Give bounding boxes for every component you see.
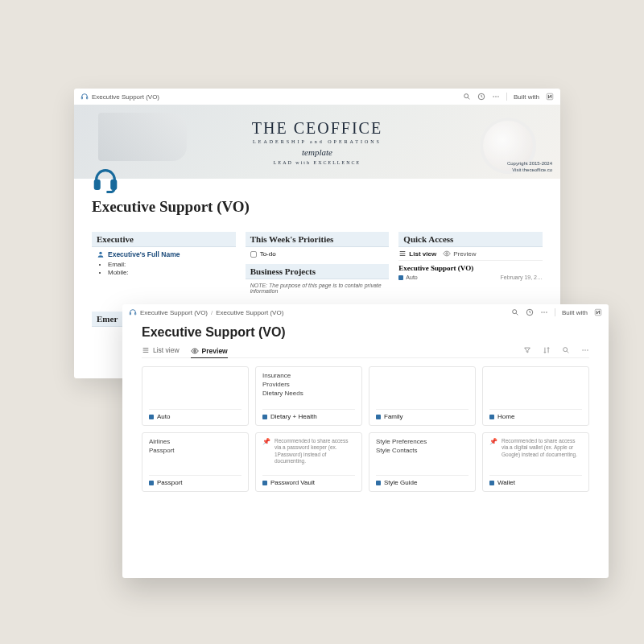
executive-name[interactable]: Executive's Full Name — [97, 250, 231, 258]
more-icon[interactable] — [540, 308, 548, 316]
page-icon — [262, 415, 267, 419]
gallery-card[interactable]: Home — [482, 366, 589, 426]
card-label: Style Guide — [384, 479, 417, 486]
breadcrumb[interactable]: Executive Support (VO) — [216, 309, 283, 316]
brand-title: THE CEOFFICE — [252, 119, 382, 138]
recommendation-note: 📌Recommended to share access via a digit… — [489, 438, 582, 458]
tab-preview[interactable]: Preview — [443, 250, 476, 258]
svg-point-18 — [546, 312, 547, 312]
card-label: Auto — [157, 413, 170, 420]
section-header: This Week's Priorities — [246, 232, 390, 247]
card-body-line: Insurance — [262, 372, 355, 381]
qa-subtitle[interactable]: Executive Support (VO) — [398, 264, 543, 272]
banner: THE CEOFFICE LEADERSHIP and OPERATIONS t… — [74, 105, 560, 179]
headset-icon — [129, 308, 137, 316]
tab-preview[interactable]: Preview — [191, 347, 228, 358]
card-footer: Password Vault — [262, 475, 355, 486]
tab-list-view[interactable]: List view — [142, 346, 180, 354]
mobile-label: Mobile: — [108, 269, 231, 276]
qa-row[interactable]: Auto February 19, 2… — [398, 272, 543, 283]
svg-rect-8 — [95, 180, 99, 188]
checkbox-icon[interactable] — [250, 251, 257, 258]
sort-icon[interactable] — [543, 346, 551, 354]
search-icon[interactable] — [562, 346, 570, 354]
list-icon — [398, 250, 407, 258]
gallery-card[interactable]: Style PreferencesStyle ContactsStyle Gui… — [369, 432, 476, 492]
svg-point-14 — [513, 310, 517, 314]
brand-sub3: LEAD with EXCELLENCE — [274, 160, 361, 165]
gallery-card[interactable]: InsuranceProvidersDietary NeedsDietary +… — [255, 366, 362, 426]
section-header: Business Projects — [246, 264, 390, 279]
list-icon — [142, 346, 150, 354]
svg-point-24 — [587, 349, 588, 350]
section-quick-access: Quick Access List view Preview Executive… — [398, 232, 543, 297]
svg-point-11 — [446, 253, 448, 255]
svg-rect-1 — [87, 97, 88, 99]
card-footer: Family — [376, 409, 469, 420]
svg-point-16 — [541, 312, 542, 312]
card-body-line: Style Contacts — [376, 447, 469, 456]
card-footer: Wallet — [489, 475, 582, 486]
card-body-line: Passport — [149, 447, 242, 456]
gallery-card[interactable]: Family — [369, 366, 476, 426]
notion-icon[interactable] — [546, 93, 554, 101]
view-tabs: List view Preview — [142, 346, 589, 358]
brand-sub1: LEADERSHIP and OPERATIONS — [253, 139, 382, 144]
notion-icon[interactable] — [594, 308, 602, 316]
clock-icon[interactable] — [477, 93, 485, 101]
email-label: Email: — [108, 261, 231, 268]
topbar-front: Executive Support (VO) / Executive Suppo… — [122, 304, 609, 320]
clock-icon[interactable] — [526, 308, 534, 316]
svg-point-20 — [193, 349, 196, 352]
more-icon[interactable] — [581, 346, 589, 354]
page-icon — [262, 481, 267, 485]
card-footer: Home — [489, 409, 582, 420]
search-icon[interactable] — [511, 308, 519, 316]
recommendation-note: 📌Recommended to share access via a passw… — [262, 438, 355, 465]
breadcrumb[interactable]: Executive Support (VO) — [140, 309, 208, 316]
card-label: Passport — [157, 479, 183, 486]
svg-point-23 — [584, 349, 585, 350]
svg-point-21 — [564, 348, 568, 352]
svg-rect-12 — [130, 312, 130, 315]
copyright: Copyright 2015-2024 — [507, 161, 552, 167]
svg-rect-13 — [135, 312, 136, 315]
brand-sub2: template — [302, 147, 332, 157]
card-body-line: Providers — [262, 381, 355, 390]
filter-icon[interactable] — [523, 346, 531, 354]
tab-list-view[interactable]: List view — [398, 250, 436, 258]
page-icon — [149, 481, 154, 485]
page-icon — [398, 275, 403, 280]
gallery-card[interactable]: Auto — [142, 366, 249, 426]
search-icon[interactable] — [463, 93, 471, 101]
gallery-card[interactable]: 📌Recommended to share access via a digit… — [482, 432, 589, 492]
page-icon-headset[interactable] — [92, 166, 119, 193]
window-front: Executive Support (VO) / Executive Suppo… — [122, 304, 609, 578]
svg-point-6 — [497, 96, 498, 97]
copyright-link[interactable]: Visit theceoffice.co — [507, 167, 552, 174]
pin-icon: 📌 — [489, 438, 497, 458]
section-week: This Week's Priorities To-do Business Pr… — [246, 232, 390, 297]
more-icon[interactable] — [492, 93, 500, 101]
eye-icon — [191, 347, 199, 355]
person-icon — [97, 250, 105, 258]
note-text: NOTE: The purpose of this page is to con… — [246, 279, 390, 297]
page-icon — [149, 415, 154, 419]
section-header: Quick Access — [398, 232, 543, 247]
card-footer: Passport — [149, 475, 242, 486]
page-icon — [489, 481, 494, 485]
svg-point-17 — [543, 312, 544, 312]
gallery-card[interactable]: AirlinesPassportPassport — [142, 432, 249, 492]
gallery-card[interactable]: 📌Recommended to share access via a passw… — [255, 432, 362, 492]
pin-icon: 📌 — [262, 438, 270, 465]
card-footer: Style Guide — [376, 475, 469, 486]
section-header: Executive — [92, 232, 236, 247]
page-icon — [376, 481, 381, 485]
page-title: Executive Support (VO) — [142, 325, 589, 340]
todo-item[interactable]: To-do — [246, 247, 390, 261]
eye-icon — [443, 250, 451, 258]
card-body-line: Dietary Needs — [262, 390, 355, 398]
built-with-label: Built with — [562, 309, 588, 316]
breadcrumb[interactable]: Executive Support (VO) — [92, 93, 159, 101]
card-label: Dietary + Health — [270, 413, 317, 420]
